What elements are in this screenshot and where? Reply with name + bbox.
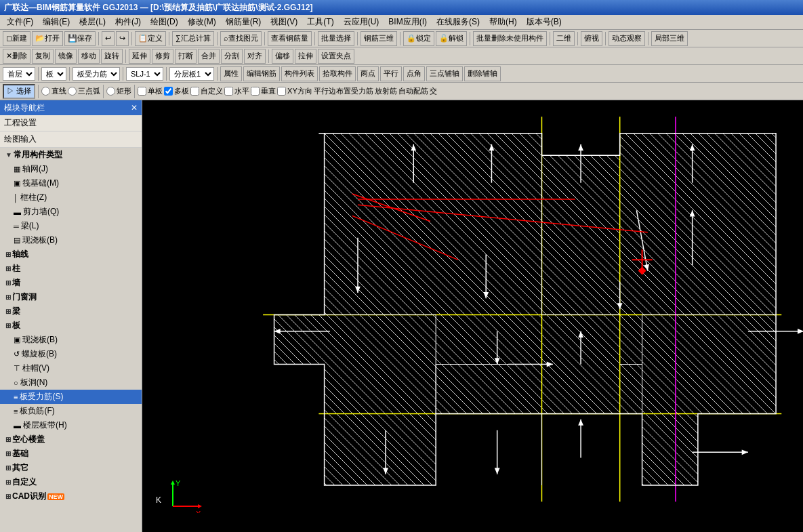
- toolbar3-btn[interactable]: 两点: [357, 66, 379, 81]
- toolbar-edit-btn[interactable]: ✕删除: [3, 49, 30, 64]
- placement-option-2[interactable]: 自定义: [190, 86, 223, 96]
- toolbar-btn[interactable]: 批量删除未使用构件: [473, 31, 547, 46]
- tree-item-螺旋板B[interactable]: ↺螺旋板(B): [0, 347, 142, 361]
- placement-option-6[interactable]: 平行边布置受力筋: [314, 86, 373, 96]
- menu-item-J[interactable]: 构件(J): [111, 15, 145, 29]
- tree-group-门窗洞[interactable]: ⊞门窗洞: [0, 290, 142, 304]
- tree-item-楼层板带H[interactable]: ▬楼层板带(H): [0, 418, 142, 432]
- sidebar-section-drawing[interactable]: 绘图输入: [0, 131, 142, 148]
- toolbar-btn[interactable]: ◻新建: [3, 31, 30, 46]
- toolbar-btn[interactable]: 批量选择: [318, 31, 354, 46]
- placement-option-0[interactable]: 单板: [138, 86, 163, 96]
- tree-group-墙[interactable]: ⊞墙: [0, 276, 142, 290]
- tree-group-CAD识别[interactable]: ⊞CAD识别 NEW: [0, 489, 142, 504]
- placement-option-9[interactable]: 交: [430, 86, 437, 96]
- tree-group-梁[interactable]: ⊞梁: [0, 304, 142, 319]
- toolbar3-btn[interactable]: 属性: [220, 66, 242, 81]
- menu-item-R[interactable]: 钢筋量(R): [222, 15, 266, 29]
- toolbar3-btn[interactable]: 拾取构件: [319, 66, 356, 81]
- tree-group-基础[interactable]: ⊞基础: [0, 447, 142, 461]
- tree-item-现浇板B[interactable]: ▣现浇板(B): [0, 333, 142, 347]
- component-type-select[interactable]: 板: [41, 67, 66, 81]
- toolbar-btn[interactable]: 钢筋三维: [361, 31, 397, 46]
- common-type-item[interactable]: ▣筏基础(M): [0, 176, 142, 190]
- toolbar3-btn[interactable]: 三点辅轴: [426, 66, 463, 81]
- toolbar-btn[interactable]: 动态观察: [609, 31, 645, 46]
- toolbar-btn[interactable]: 💾保存: [64, 31, 96, 46]
- toolbar-btn[interactable]: ∑汇总计算: [172, 31, 214, 46]
- toolbar-edit-btn[interactable]: 延伸: [129, 49, 150, 64]
- draw-option-0[interactable]: 直线: [41, 86, 66, 96]
- toolbar-edit-btn[interactable]: 拉伸: [295, 49, 316, 64]
- toolbar-btn[interactable]: ⌕查找图元: [220, 31, 262, 46]
- toolbar-btn[interactable]: 🔒锁定: [403, 31, 434, 46]
- tree-group-柱[interactable]: ⊞柱: [0, 262, 142, 276]
- placement-option-7[interactable]: 放射筋: [375, 86, 397, 96]
- tree-item-板负筋F[interactable]: ≡板负筋(F): [0, 404, 142, 418]
- menu-item-BIMI[interactable]: BIM应用(I): [384, 15, 431, 29]
- tree-group-轴线[interactable]: ⊞轴线: [0, 247, 142, 262]
- shape-option-0[interactable]: 矩形: [106, 86, 131, 96]
- toolbar-btn[interactable]: ↩: [102, 31, 115, 46]
- toolbar-edit-btn[interactable]: 偏移: [272, 49, 293, 64]
- placement-option-4[interactable]: 垂直: [251, 86, 276, 96]
- placement-option-5[interactable]: XY方向: [277, 86, 312, 96]
- toolbar-edit-btn[interactable]: 移动: [78, 49, 100, 64]
- placement-option-3[interactable]: 水平: [224, 86, 249, 96]
- toolbar3-btn[interactable]: 编辑钢筋: [243, 66, 280, 81]
- toolbar-edit-btn[interactable]: 旋转: [101, 49, 123, 64]
- toolbar3-btn[interactable]: 点角: [403, 66, 425, 81]
- toolbar-edit-btn[interactable]: 打断: [175, 49, 197, 64]
- toolbar-btn[interactable]: 查看钢筋量: [268, 31, 312, 46]
- menu-item-U[interactable]: 云应用(U): [339, 15, 384, 29]
- placement-option-8[interactable]: 自动配筋: [398, 86, 428, 96]
- menu-item-T[interactable]: 工具(T): [303, 15, 337, 29]
- common-type-item[interactable]: │框柱(Z): [0, 190, 142, 205]
- sidebar-close-icon[interactable]: ✕: [131, 103, 138, 112]
- toolbar3-btn[interactable]: 构件列表: [281, 66, 318, 81]
- toolbar-btn[interactable]: 📂打开: [32, 31, 63, 46]
- toolbar-edit-btn[interactable]: 修剪: [152, 49, 173, 64]
- menu-item-B[interactable]: 版本号(B): [522, 15, 566, 29]
- toolbar3-btn[interactable]: 平行: [380, 66, 402, 81]
- common-type-item[interactable]: ▬剪力墙(Q): [0, 205, 142, 219]
- tree-item-板洞N[interactable]: ○板洞(N): [0, 375, 142, 390]
- tree-group-空心楼盖[interactable]: ⊞空心楼盖: [0, 432, 142, 447]
- menu-item-S[interactable]: 在线服务(S): [432, 15, 484, 29]
- menu-item-E[interactable]: 编辑(E): [39, 15, 74, 29]
- select-tool-button[interactable]: ▷ 选择: [3, 84, 35, 99]
- sidebar-section-engineering[interactable]: 工程设置: [0, 115, 142, 131]
- toolbar-btn[interactable]: ↪: [116, 31, 129, 46]
- toolbar-btn[interactable]: 俯视: [581, 31, 602, 46]
- tree-item-柱帽V[interactable]: ⊤柱帽(V): [0, 361, 142, 375]
- floor-select[interactable]: 首层: [3, 67, 35, 81]
- toolbar-edit-btn[interactable]: 分割: [221, 49, 243, 64]
- menu-item-L[interactable]: 楼层(L): [75, 15, 110, 29]
- common-type-item[interactable]: ▦轴网(J): [0, 162, 142, 176]
- toolbar-edit-btn[interactable]: 对齐: [244, 49, 266, 64]
- layer-select[interactable]: 分层板1: [169, 67, 214, 81]
- common-type-item[interactable]: ═梁(L): [0, 219, 142, 233]
- toolbar-btn[interactable]: 局部三维: [651, 31, 688, 46]
- tree-group-自定义[interactable]: ⊞自定义: [0, 475, 142, 489]
- toolbar-btn[interactable]: 📋定义: [135, 31, 166, 46]
- toolbar3-btn[interactable]: 删除辅轴: [464, 66, 501, 81]
- draw-option-1[interactable]: 三点弧: [68, 86, 100, 96]
- slab-type-select[interactable]: SLJ-1: [126, 67, 163, 81]
- menu-item-H[interactable]: 帮助(H): [485, 15, 521, 29]
- toolbar-edit-btn[interactable]: 镜像: [55, 49, 77, 64]
- menu-item-V[interactable]: 视图(V): [266, 15, 302, 29]
- menu-item-M[interactable]: 修改(M): [184, 15, 220, 29]
- tree-item-板受力筋S[interactable]: ≡板受力筋(S): [0, 390, 142, 404]
- toolbar-edit-btn[interactable]: 设置夹点: [318, 49, 354, 64]
- toolbar-edit-btn[interactable]: 复制: [32, 49, 54, 64]
- placement-option-1[interactable]: 多板: [164, 86, 189, 96]
- tree-group-common-types[interactable]: ▼常用构件类型: [0, 148, 142, 162]
- toolbar-btn[interactable]: 二维: [553, 31, 575, 46]
- common-type-item[interactable]: ▤现浇板(B): [0, 233, 142, 247]
- menu-item-F[interactable]: 文件(F): [3, 15, 37, 29]
- toolbar-btn[interactable]: 🔓解锁: [436, 31, 467, 46]
- menu-item-D[interactable]: 绘图(D): [146, 15, 182, 29]
- tree-group-板[interactable]: ⊞板: [0, 319, 142, 333]
- tree-group-其它[interactable]: ⊞其它: [0, 461, 142, 475]
